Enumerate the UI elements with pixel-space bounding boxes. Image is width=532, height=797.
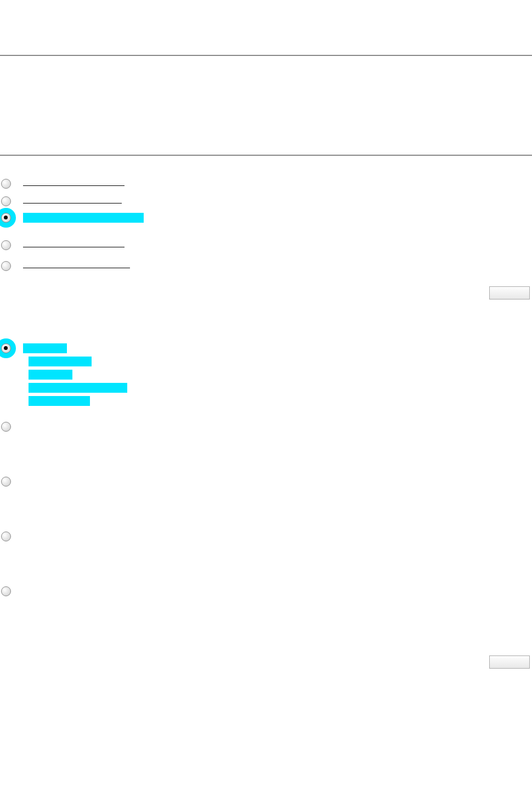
radio-icon (1, 196, 11, 206)
radio-icon (1, 240, 11, 250)
radio-icon (1, 422, 11, 432)
q1-option-1[interactable] (1, 175, 532, 186)
radio-checked-icon (1, 213, 11, 223)
q1-option-4-label (23, 238, 124, 247)
q1-option-3[interactable] (1, 209, 532, 229)
q1-option-5-label (23, 258, 130, 268)
vote-button[interactable] (489, 286, 530, 299)
radio-icon (1, 179, 11, 189)
section-divider-2 (0, 155, 532, 156)
q2-option-1-label (29, 343, 127, 409)
q2-option-3[interactable] (1, 473, 532, 517)
q1-option-5[interactable] (1, 257, 532, 268)
question-1 (0, 175, 532, 299)
radio-icon (1, 586, 11, 596)
radio-icon (1, 532, 11, 541)
q2-option-2[interactable] (1, 418, 532, 462)
q1-option-3-label (29, 213, 144, 223)
radio-checked-icon (1, 343, 11, 353)
q2-option-4[interactable] (1, 528, 532, 572)
radio-icon (1, 477, 11, 487)
q2-option-5[interactable] (1, 583, 532, 637)
q1-option-2-label (23, 194, 122, 204)
q1-option-2[interactable] (1, 193, 532, 204)
q1-option-4[interactable] (1, 236, 532, 247)
question-2 (0, 340, 532, 669)
radio-icon (1, 261, 11, 271)
q1-option-1-label (23, 176, 124, 186)
q2-option-1[interactable] (1, 340, 532, 409)
vote-button[interactable] (489, 655, 530, 669)
